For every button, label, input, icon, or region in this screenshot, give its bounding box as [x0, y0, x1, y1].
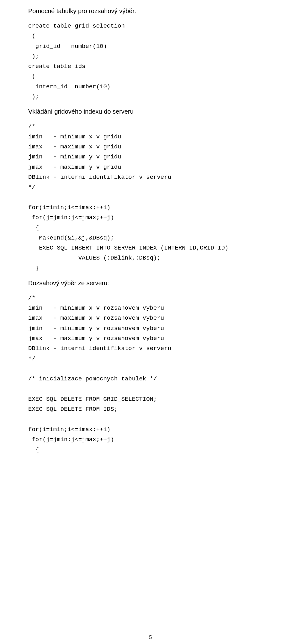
- heading-helper-tables: Pomocné tabulky pro rozsahový výběr:: [28, 8, 273, 15]
- code-block-insert: /* imin - minimum x v gridu imax - maxim…: [28, 121, 273, 273]
- heading-range-select: Rozsahový výběr ze serveru:: [28, 280, 273, 287]
- page-number: 5: [0, 635, 301, 640]
- page-content: Pomocné tabulky pro rozsahový výběr: cre…: [0, 0, 301, 472]
- code-block-create-tables: create table grid_selection ( grid_id nu…: [28, 21, 273, 102]
- code-block-range-select: /* imin - minimum x v rozsahovem vyberu …: [28, 293, 273, 455]
- heading-insert-grid-index: Vkládání gridového indexu do serveru: [28, 108, 273, 115]
